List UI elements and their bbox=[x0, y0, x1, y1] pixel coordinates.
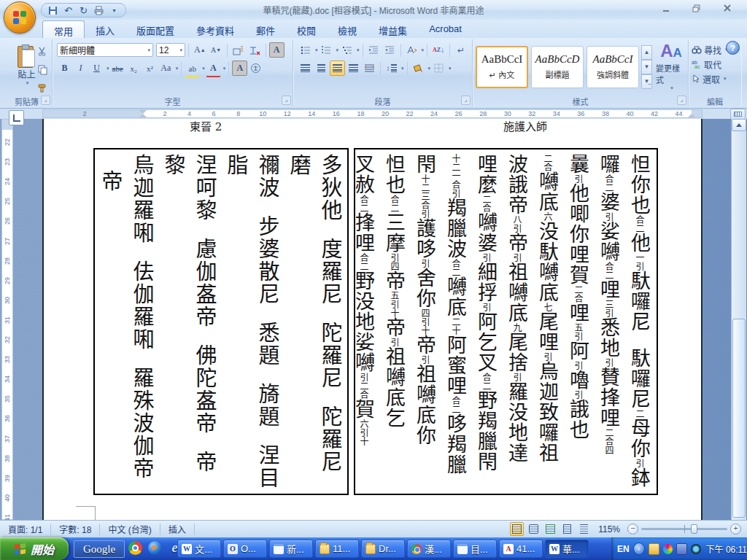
superscript-button[interactable]: x² bbox=[142, 61, 158, 76]
fullscreen-reading-view-button[interactable] bbox=[527, 522, 541, 536]
tray-network-icon[interactable] bbox=[676, 543, 687, 555]
strikethrough-button[interactable]: abe bbox=[110, 61, 125, 76]
vertical-ruler[interactable]: 2223242526272829303132333435363738394041 bbox=[1, 119, 13, 520]
task-button-7[interactable]: 41... bbox=[499, 540, 543, 558]
phonetic-guide-button[interactable] bbox=[231, 42, 246, 58]
minimize-button[interactable] bbox=[657, 3, 676, 14]
bold-button[interactable]: B bbox=[57, 61, 72, 76]
align-right-button[interactable] bbox=[330, 61, 345, 76]
zoom-level[interactable]: 115% bbox=[598, 524, 620, 534]
italic-button[interactable]: I bbox=[73, 61, 88, 76]
tab-item-2[interactable]: 版面配置 bbox=[125, 20, 185, 38]
paragraph-dialog-launcher-icon[interactable]: ⌟ bbox=[461, 96, 471, 105]
insert-mode-indicator[interactable]: 插入 bbox=[160, 524, 195, 535]
style-card-1[interactable]: AaBbCcD 副標題 bbox=[531, 46, 584, 88]
subscript-button[interactable]: x₂ bbox=[126, 61, 142, 76]
ruler-toggle-button[interactable] bbox=[730, 109, 746, 120]
enclose-characters-button[interactable] bbox=[248, 61, 263, 76]
tab-item-1[interactable]: 插入 bbox=[85, 20, 125, 38]
bullets-dropdown-icon[interactable]: ▾ bbox=[315, 47, 318, 53]
align-left-button[interactable] bbox=[298, 61, 313, 76]
scrollbar-thumb[interactable] bbox=[732, 319, 746, 518]
help-button[interactable]: ? bbox=[726, 41, 740, 55]
line-spacing-button[interactable]: ↕ bbox=[384, 61, 399, 76]
qat-dropdown-icon[interactable]: ▾ bbox=[109, 5, 120, 16]
font-size-combo[interactable]: 12▾ bbox=[156, 43, 185, 57]
print-layout-view-button[interactable] bbox=[510, 522, 524, 536]
distribute-button[interactable] bbox=[362, 61, 377, 76]
tab-item-3[interactable]: 參考資料 bbox=[185, 20, 245, 38]
task-button-6[interactable]: 目... bbox=[453, 540, 497, 558]
print-icon[interactable] bbox=[93, 5, 104, 16]
scroll-up-button[interactable] bbox=[732, 119, 746, 131]
multilevel-dropdown-icon[interactable]: ▾ bbox=[357, 47, 360, 53]
replace-button[interactable]: abac 取代 bbox=[692, 57, 740, 71]
google-search-widget[interactable]: Google bbox=[74, 540, 125, 558]
font-dialog-launcher-icon[interactable]: ⌟ bbox=[282, 96, 291, 105]
hanging-indent-marker[interactable] bbox=[139, 114, 147, 117]
paste-dropdown-icon[interactable]: ▾ bbox=[26, 80, 29, 86]
character-shading-button[interactable]: A bbox=[232, 61, 247, 76]
tab-item-4[interactable]: 郵件 bbox=[245, 20, 286, 38]
save-icon[interactable] bbox=[47, 5, 58, 16]
character-border-button[interactable]: A bbox=[269, 42, 285, 58]
justify-button[interactable] bbox=[346, 61, 361, 76]
restore-button[interactable] bbox=[687, 3, 706, 14]
font-color-button[interactable]: A bbox=[206, 61, 221, 76]
style-card-0[interactable]: AaBbCcI↵ 內文 bbox=[476, 46, 528, 88]
multilevel-list-button[interactable] bbox=[339, 42, 355, 58]
cut-button[interactable] bbox=[34, 44, 50, 59]
shading-dropdown-icon[interactable]: ▾ bbox=[428, 66, 431, 71]
language-indicator[interactable]: 中文 (台灣) bbox=[100, 524, 160, 535]
zoom-slider-track[interactable] bbox=[641, 528, 727, 530]
select-dropdown-icon[interactable]: ▾ bbox=[724, 76, 727, 82]
tab-item-8[interactable]: Acrobat bbox=[418, 20, 473, 38]
decrease-indent-button[interactable] bbox=[366, 42, 382, 58]
media-player-icon[interactable] bbox=[148, 541, 162, 555]
font-color-dropdown-icon[interactable]: ▾ bbox=[223, 66, 226, 71]
input-language-indicator[interactable]: EN bbox=[617, 544, 630, 554]
align-center-button[interactable] bbox=[314, 61, 329, 76]
close-button[interactable] bbox=[718, 3, 737, 14]
change-styles-button[interactable]: AA 變更樣式 ▾ bbox=[656, 42, 686, 91]
grow-font-button[interactable]: A▲ bbox=[192, 42, 208, 58]
tray-palette-icon[interactable] bbox=[663, 544, 673, 554]
undo-icon[interactable]: ↶ bbox=[63, 5, 74, 16]
task-button-0[interactable]: 文... bbox=[177, 540, 221, 558]
style-gallery-more-icon[interactable]: ▼̲ bbox=[641, 74, 652, 89]
underline-dropdown-icon[interactable]: ▾ bbox=[107, 66, 109, 71]
style-scroll-up-icon[interactable]: ▲ bbox=[641, 45, 652, 60]
asian-layout-dropdown-icon[interactable]: ▾ bbox=[422, 47, 425, 53]
draft-view-button[interactable] bbox=[577, 522, 591, 536]
numbering-button[interactable] bbox=[319, 42, 334, 58]
copy-button[interactable] bbox=[34, 62, 50, 77]
clipboard-dialog-launcher-icon[interactable]: ⌟ bbox=[41, 96, 50, 105]
borders-button[interactable] bbox=[431, 61, 446, 76]
shading-button[interactable] bbox=[411, 61, 426, 76]
tray-collapse-chevron-icon[interactable]: ‹ bbox=[633, 542, 645, 555]
repeat-icon[interactable]: ↻ bbox=[78, 5, 89, 16]
style-card-2[interactable]: AaBbCcI 強調斜體 bbox=[587, 46, 639, 88]
start-button[interactable]: 開始 bbox=[0, 537, 69, 560]
taskbar-clock[interactable]: 下午 06:11 bbox=[706, 542, 747, 555]
change-case-dropdown-icon[interactable]: ▾ bbox=[176, 66, 179, 71]
tab-item-7[interactable]: 增益集 bbox=[368, 20, 418, 38]
word-count-indicator[interactable]: 字數: 18 bbox=[51, 524, 100, 535]
tab-item-5[interactable]: 校閱 bbox=[286, 20, 327, 38]
show-hide-marks-button[interactable]: ↵ bbox=[453, 42, 468, 58]
web-layout-view-button[interactable] bbox=[543, 522, 557, 536]
borders-dropdown-icon[interactable]: ▾ bbox=[449, 66, 452, 71]
zoom-slider-thumb[interactable] bbox=[691, 524, 697, 534]
bullets-button[interactable] bbox=[298, 42, 313, 58]
vertical-scrollbar[interactable] bbox=[731, 119, 746, 520]
change-styles-dropdown-icon[interactable]: ▾ bbox=[670, 85, 673, 91]
chrome-icon[interactable] bbox=[128, 541, 142, 555]
office-button[interactable] bbox=[4, 1, 36, 34]
character-scaling-button[interactable] bbox=[247, 42, 263, 58]
increase-indent-button[interactable] bbox=[382, 42, 398, 58]
shrink-font-button[interactable]: A▼ bbox=[209, 42, 224, 58]
highlight-dropdown-icon[interactable]: ▾ bbox=[202, 66, 205, 71]
select-button[interactable]: 選取▾ bbox=[692, 71, 740, 86]
text-highlight-button[interactable]: ab bbox=[185, 61, 200, 76]
tray-camera-icon[interactable] bbox=[691, 544, 700, 554]
